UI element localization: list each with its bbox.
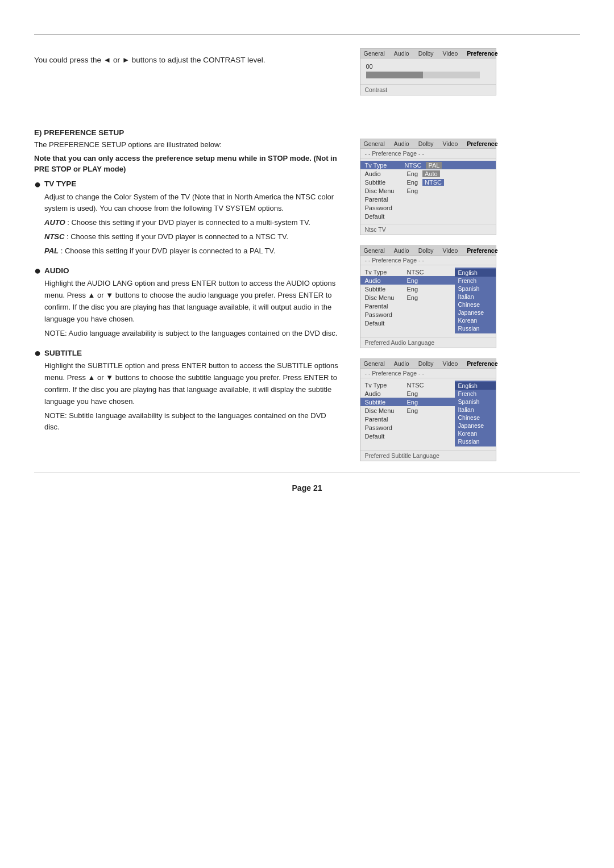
tvtype-row-label-audio: Audio	[365, 170, 405, 177]
tvtype-row-tvtype: Tv Type NTSC PAL	[360, 161, 496, 169]
contrast-text: You could press the ◄ or ► buttons to ad…	[34, 54, 343, 66]
audio-menu-row-subtitle: Subtitle Eng	[360, 285, 455, 293]
subtitle-menu-label-subtitle: Subtitle	[365, 399, 405, 406]
tvtype-row-label-subtitle: Subtitle	[365, 179, 405, 186]
content-area: E) PREFERENCE SETUP The PREFERENCE SETUP…	[0, 101, 614, 473]
subtitle-menu-row-subtitle: Subtitle Eng	[360, 398, 455, 406]
tvtype-row-default: Default	[360, 212, 496, 220]
subtitle-menu-header: General Audio Dolby Video Preference	[360, 359, 496, 369]
subtitle-note: NOTE: Subtitle language availability is …	[44, 410, 343, 434]
subtitle-menu-box: General Audio Dolby Video Preference - -…	[360, 358, 496, 461]
tvtype-tab-general: General	[364, 140, 385, 147]
contrast-menu-body: 00	[360, 59, 496, 83]
subtitle-menu-val-tvtype: NTSC	[407, 382, 424, 389]
subtitle-sub-label: - - Preference Page - -	[360, 369, 496, 378]
audio-menu-label-password: Password	[365, 311, 405, 318]
audio-opt-japanese: Japanese	[455, 308, 496, 316]
audio-menu-row-tvtype: Tv Type NTSC	[360, 268, 455, 276]
tvtype-row-label-parental: Parental	[365, 196, 405, 203]
subtitle-title: ● SUBTITLE	[34, 347, 343, 358]
subtitle-body: Highlight the SUBTITLE option and press …	[44, 360, 343, 433]
tvtype-p1: Adjust to change the Color System of the…	[44, 191, 343, 215]
tvtype-row-val-auto: Auto	[422, 170, 440, 177]
subtitle-opt-japanese: Japanese	[455, 422, 496, 429]
audio-tab-preference: Preference	[467, 247, 497, 254]
subtitle-menu-label-discmenu: Disc Menu	[365, 407, 405, 414]
subtitle-opt-russian: Russian	[455, 437, 496, 445]
subtitle-options-list: English French Spanish Italian Chinese J…	[455, 381, 496, 446]
contrast-menu-header: General Audio Dolby Video Preference	[360, 49, 496, 59]
audio-menu-row-audio: Audio Eng	[360, 276, 455, 285]
bullet-dot-subtitle: ●	[34, 347, 41, 358]
audio-footer: Preferred Audio Language	[360, 337, 496, 348]
bullet-audio: ● AUDIO Highlight the AUDIO LANG option …	[34, 265, 343, 339]
audio-menu-label-discmenu: Disc Menu	[365, 294, 405, 301]
audio-label: AUDIO	[44, 266, 69, 275]
subtitle-footer: Preferred Subtitle Language	[360, 450, 496, 461]
preference-setup-note: Note that you can only access the prefer…	[34, 153, 343, 175]
audio-opt-french: French	[455, 277, 496, 285]
tvtype-menu-body: Tv Type NTSC PAL Audio Eng Auto Subtitle…	[360, 158, 496, 223]
subtitle-menu-row-parental: Parental	[360, 415, 455, 423]
audio-menu-label-audio: Audio	[365, 277, 405, 284]
contrast-menu-box: General Audio Dolby Video Preference 00 …	[360, 48, 496, 95]
bullet-dot-tvtype: ●	[34, 178, 41, 190]
subtitle-opt-spanish: Spanish	[455, 398, 496, 406]
audio-tab-general: General	[364, 247, 385, 254]
audio-menu-row-password: Password	[360, 310, 455, 319]
contrast-bar-filled	[366, 72, 423, 78]
tvtype-footer: Ntsc TV	[360, 224, 496, 235]
contrast-value-row: 00	[366, 63, 490, 70]
tvtype-row-val-discmenu: Eng	[407, 187, 418, 194]
audio-options-list: English French Spanish Italian Chinese J…	[455, 268, 496, 333]
tvtype-row-val-subtitle: Eng	[407, 179, 418, 186]
left-column: E) PREFERENCE SETUP The PREFERENCE SETUP…	[34, 118, 343, 461]
tvtype-row-discmenu: Disc Menu Eng	[360, 186, 496, 195]
tab-audio: Audio	[394, 50, 409, 57]
audio-menu-header: General Audio Dolby Video Preference	[360, 246, 496, 256]
audio-tab-video: Video	[443, 247, 458, 254]
tvtype-row-label-tvtype: Tv Type	[365, 162, 405, 169]
subtitle-menu-label-password: Password	[365, 424, 405, 431]
audio-menu-body: Tv Type NTSC Audio Eng Subtitle Eng Di	[360, 265, 496, 336]
tvtype-row-password: Password	[360, 203, 496, 212]
tvtype-row-label-discmenu: Disc Menu	[365, 187, 405, 194]
tvtype-body: Adjust to change the Color System of the…	[44, 191, 343, 257]
tvtype-tab-preference: Preference	[467, 140, 497, 147]
subtitle-label: SUBTITLE	[44, 349, 82, 357]
subtitle-menu-row-default: Default	[360, 432, 455, 440]
tvtype-tab-audio: Audio	[394, 140, 409, 147]
audio-tab-audio: Audio	[394, 247, 409, 254]
preference-setup-title: E) PREFERENCE SETUP	[34, 128, 343, 137]
contrast-bar	[366, 72, 480, 78]
tvtype-auto: AUTO : Choose this setting if your DVD p…	[44, 217, 343, 229]
preference-setup-desc: The PREFERENCE SETUP options are illustr…	[34, 139, 343, 151]
tvtype-row-label-default: Default	[365, 213, 405, 220]
subtitle-menu-body: Tv Type NTSC Audio Eng Subtitle Eng Di	[360, 378, 496, 449]
tvtype-tab-dolby: Dolby	[418, 140, 434, 147]
audio-sub-label: - - Preference Page - -	[360, 256, 496, 265]
subtitle-tab-general: General	[364, 360, 385, 367]
subtitle-opt-french: French	[455, 390, 496, 398]
subtitle-p1: Highlight the SUBTITLE option and press …	[44, 360, 343, 407]
subtitle-tab-preference: Preference	[467, 360, 497, 367]
subtitle-menu-row-discmenu: Disc Menu Eng	[360, 406, 455, 415]
page-number: Page 21	[292, 483, 322, 493]
bottom-rule	[34, 473, 580, 473]
audio-menu-val-discmenu: Eng	[407, 294, 418, 301]
tab-preference: Preference	[467, 50, 497, 57]
subtitle-opt-english: English	[455, 382, 496, 390]
audio-opt-spanish: Spanish	[455, 285, 496, 293]
tvtype-label: TV TYPE	[44, 180, 76, 188]
audio-opt-korean: Korean	[455, 316, 496, 324]
tvtype-row-val-pal: PAL	[426, 162, 442, 169]
page-wrapper: You could press the ◄ or ► buttons to ad…	[0, 34, 614, 868]
tvtype-row-audio: Audio Eng Auto	[360, 169, 496, 178]
page-footer: Page 21	[0, 479, 614, 503]
audio-note: NOTE: Audio language availability is sub…	[44, 328, 343, 340]
right-column: General Audio Dolby Video Preference - -…	[360, 118, 580, 461]
top-right-panel: General Audio Dolby Video Preference 00 …	[360, 48, 580, 95]
audio-rows-col: Tv Type NTSC Audio Eng Subtitle Eng Di	[360, 268, 455, 333]
subtitle-menu-label-tvtype: Tv Type	[365, 382, 405, 389]
audio-menu-val-subtitle: Eng	[407, 286, 418, 293]
